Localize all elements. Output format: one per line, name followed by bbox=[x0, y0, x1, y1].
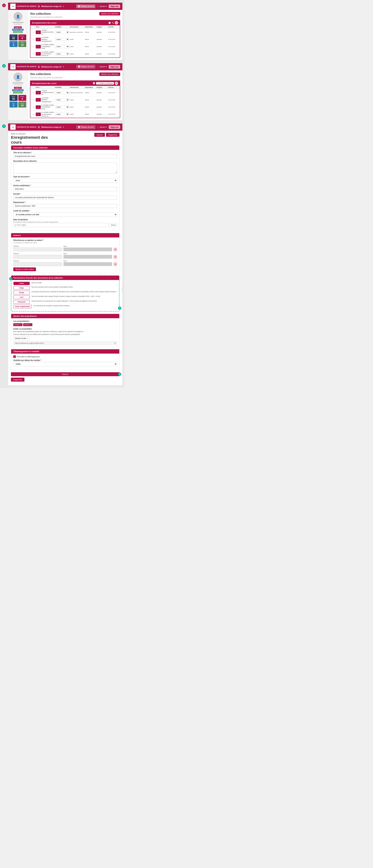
edit-collection-btn[interactable]: ✏️ Editer la collection bbox=[96, 82, 114, 85]
signout-button-1[interactable]: Sign out bbox=[109, 4, 120, 8]
add-collection-btn-2[interactable]: Ajouter une collection bbox=[99, 72, 120, 76]
grid-icon[interactable]: ⊞ bbox=[38, 5, 40, 8]
owner-tag-remove-1[interactable]: × bbox=[20, 323, 21, 326]
grid-icon-3[interactable]: ⊞ bbox=[38, 126, 40, 128]
logo-text-3: UNIVERSITÉ DE GENÈVE bbox=[17, 126, 36, 128]
grid-icon-2[interactable]: ⊞ bbox=[38, 65, 40, 68]
visibility-select-2-2[interactable]: Visible bbox=[55, 98, 69, 101]
author-row-1: Prénom Nom × bbox=[13, 245, 117, 251]
author-remove-1[interactable]: × bbox=[114, 248, 117, 251]
gen-link-button[interactable]: Générer un lien ⚠ bbox=[13, 336, 30, 340]
collection-title-1: Enregistrement des cours bbox=[32, 22, 57, 24]
author-row-3: Prénom Nom × bbox=[13, 260, 117, 266]
author-remove-2[interactable]: × bbox=[114, 255, 117, 259]
perm-btn-unige[interactable]: Unige bbox=[13, 286, 30, 290]
signout-button-2[interactable]: Sign out bbox=[109, 65, 120, 68]
docs-stat[interactable]: Docs. 32 bbox=[9, 34, 18, 40]
logo-icon: 🎓 bbox=[10, 4, 16, 9]
logo: 🎓 UNIVERSITÉ DE GENÈVE bbox=[10, 4, 36, 9]
tableau-bord-btn-2[interactable]: 📊 Tableau de bord bbox=[76, 65, 95, 68]
dept-input[interactable] bbox=[13, 204, 117, 208]
perm-btn-aau[interactable]: AAU bbox=[13, 296, 30, 299]
perm-btn-home-org[interactable]: Home Organisation bbox=[13, 305, 32, 308]
search-bar-2[interactable]: Cherchez dans vos fichiers et collection… bbox=[30, 76, 120, 79]
nom-input-3[interactable] bbox=[63, 262, 112, 266]
nom-input-2[interactable] bbox=[63, 255, 112, 259]
ajouter-btn-3[interactable]: ➕ Ajouter ▾ bbox=[97, 126, 107, 128]
table-row: 4 U je souhaite modifier les permissions… bbox=[30, 51, 120, 57]
date-input[interactable] bbox=[13, 223, 108, 227]
ajouter-btn[interactable]: ➕ Ajouter ▾ bbox=[97, 5, 107, 7]
dropdown-arrow-2[interactable]: ▾ bbox=[63, 66, 64, 68]
enreg-stat[interactable]: Enreg. 4 bbox=[18, 34, 26, 40]
visibility-select-1[interactable]: Visible bbox=[55, 31, 69, 34]
faculty-input[interactable] bbox=[13, 195, 117, 199]
perm-desc-password: Toute personne en possession du couple u… bbox=[31, 300, 117, 302]
doc-type-select[interactable]: cours bbox=[13, 178, 117, 183]
nom-label-2: Nom bbox=[63, 253, 112, 254]
illimite-button[interactable]: illimité bbox=[109, 223, 117, 227]
comm-stat[interactable]: Comm. 10 bbox=[18, 41, 26, 47]
table-row-2-1: 1 U Création enregistrement/live po... V… bbox=[30, 89, 120, 96]
copy-icon[interactable]: ⧉ bbox=[114, 342, 116, 344]
visibility-select-4[interactable]: Visible bbox=[55, 53, 69, 56]
save-button-top[interactable]: Sauver bbox=[94, 133, 105, 137]
nom-input-1[interactable] bbox=[63, 248, 112, 251]
allow-download-checkbox[interactable]: ✓ bbox=[13, 355, 16, 358]
table-row: 2 U je souhaite déactiver l'enregistreme… bbox=[30, 36, 120, 43]
add-collection-btn-1[interactable]: Ajouter une collection bbox=[99, 12, 120, 16]
author-remove-3[interactable]: × bbox=[114, 262, 117, 266]
page-title: Enregistrement des cours bbox=[11, 135, 48, 145]
edit-icon[interactable]: ✏️ bbox=[112, 22, 114, 24]
warning-icon: ⚠ bbox=[27, 337, 28, 339]
dropdown-arrow-3[interactable]: ▾ bbox=[63, 126, 64, 128]
visibility-select-3[interactable]: Visible bbox=[55, 45, 69, 48]
signout-button-3[interactable]: Sign out bbox=[109, 125, 120, 129]
owner-tag-remove-2[interactable]: × bbox=[30, 323, 31, 326]
visibility-select-2-3[interactable]: Visible bbox=[55, 105, 69, 108]
table-row-2-2: 2 U je souhaite déactiver l'enregistreme… bbox=[30, 96, 120, 103]
dropdown-arrow[interactable]: ▾ bbox=[63, 5, 64, 7]
comm-stat-2[interactable]: Comm. 10 bbox=[18, 101, 26, 107]
academic-year-input[interactable] bbox=[13, 187, 117, 191]
visibility-select-2-4[interactable]: Visible bbox=[55, 113, 69, 116]
save-button-bottom[interactable]: Sauver bbox=[11, 372, 119, 376]
enreg-stat-2[interactable]: Enreg. 4 bbox=[18, 95, 26, 101]
perm-btn-group[interactable]: Group bbox=[13, 291, 30, 294]
user-name bbox=[12, 22, 23, 23]
fav-stat-2[interactable]: Fav. 2 bbox=[9, 101, 18, 107]
form-section: Formulaire d'édition d'une collection Ti… bbox=[11, 145, 119, 231]
unige-logo-small: U bbox=[36, 31, 41, 34]
tableau-bord-btn[interactable]: 📊 Tableau de bord bbox=[76, 5, 95, 8]
search-bar-1[interactable]: Cherchez dans vos fichiers et collection… bbox=[30, 16, 120, 18]
visibility-select-2[interactable]: Visible bbox=[55, 38, 69, 41]
owner-tag-1: owner1 × bbox=[13, 323, 23, 326]
delete-button-bottom[interactable]: Supprimer bbox=[11, 378, 24, 381]
academic-year-label: Année académique * bbox=[13, 185, 117, 186]
visibility-select-form[interactable]: Je souhaite préciser une date bbox=[13, 212, 117, 217]
add-author-button[interactable]: Ajouter un autre auteur bbox=[13, 268, 36, 271]
badge-enseignant-2: enseignant bbox=[13, 92, 23, 94]
perm-btn-public[interactable]: Public bbox=[13, 282, 30, 285]
collection-title-input[interactable] bbox=[13, 154, 117, 158]
fav-stat[interactable]: Fav. 2 bbox=[9, 41, 18, 47]
visibility-default-select[interactable]: visible bbox=[13, 362, 117, 366]
tableau-bord-btn-3[interactable]: 📊 Tableau de bord bbox=[76, 125, 95, 129]
prenom-input-2[interactable] bbox=[13, 255, 62, 259]
delete-button-top[interactable]: Supprimer bbox=[106, 133, 119, 137]
badge-member-2: member_staff bbox=[12, 89, 23, 91]
nom-label-1: Nom bbox=[63, 245, 112, 247]
perm-desc-home-org: Les membres de certaines Hautes Écoles S… bbox=[33, 305, 117, 307]
description-textarea[interactable] bbox=[13, 163, 117, 174]
perm-row-public: Public Tout le monde bbox=[13, 282, 117, 285]
perm-desc-unige: Tous les membres de la communauté Univer… bbox=[31, 286, 117, 288]
visibility-select-2-1[interactable]: Visible bbox=[55, 91, 69, 94]
edit-pencil-icon: ✏️ bbox=[97, 82, 99, 84]
role-badges: unige.ch member_staff enseignant bbox=[9, 26, 26, 33]
perm-btn-password[interactable]: Password bbox=[13, 300, 30, 304]
prenom-input-3[interactable] bbox=[13, 262, 62, 266]
perm-row-group: Group Un groupe de personnes composé de … bbox=[13, 291, 117, 294]
prenom-input-1[interactable] bbox=[13, 248, 62, 251]
docs-stat-2[interactable]: Docs. 32 bbox=[9, 95, 18, 101]
ajouter-btn-2[interactable]: ➕ Ajouter ▾ bbox=[97, 66, 107, 68]
